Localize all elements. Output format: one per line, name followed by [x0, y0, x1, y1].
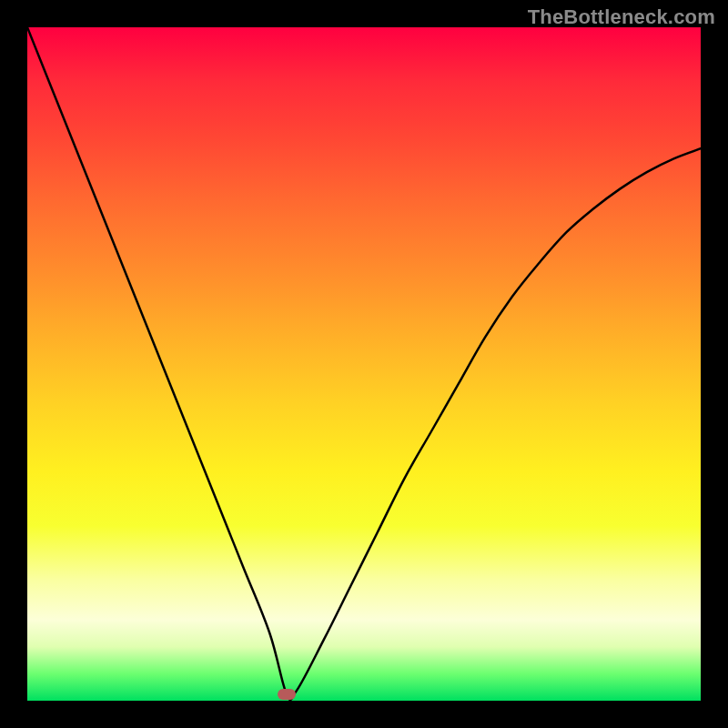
attribution-text: TheBottleneck.com	[528, 5, 715, 29]
chart-frame: TheBottleneck.com	[0, 0, 728, 728]
optimum-marker	[278, 689, 296, 700]
plot-area	[27, 27, 701, 701]
